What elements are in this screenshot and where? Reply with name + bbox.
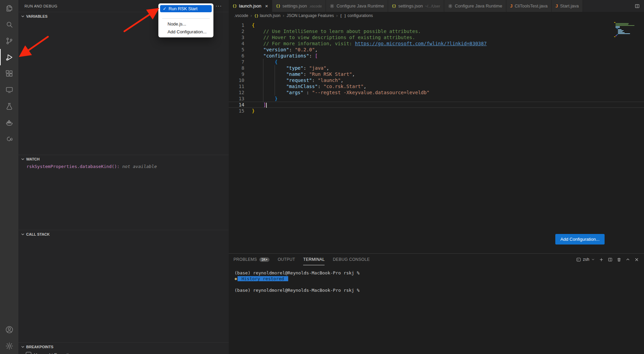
kill-terminal-trash-icon[interactable]: [616, 257, 622, 262]
code-line-2[interactable]: 2 // Use IntelliSense to learn about pos…: [229, 28, 644, 34]
tab-settings-json[interactable]: {}settings.json.vscode: [272, 0, 326, 12]
source-control-icon[interactable]: [0, 33, 18, 49]
line-number: 6: [229, 53, 244, 59]
code-editor[interactable]: 1{2 // Use IntelliSense to learn about p…: [229, 19, 644, 253]
minimap-line: [618, 32, 625, 33]
editor-tabs: {}launch.json×{}settings.json.vscodeConf…: [229, 0, 630, 12]
menu-separator: [162, 18, 210, 19]
panel-tab-output[interactable]: OUTPUT: [278, 254, 295, 265]
line-number: 9: [229, 71, 244, 77]
testing-icon[interactable]: [0, 98, 18, 114]
code-line-15[interactable]: 15}: [229, 108, 644, 114]
tab-launch-json[interactable]: {}launch.json×: [229, 0, 272, 12]
json-braces-icon: {}: [232, 4, 237, 8]
minimap-line: [615, 24, 628, 25]
breadcrumb-item-json-language-features[interactable]: JSON Language Features: [286, 13, 334, 18]
terminal-prompt-text: (base) reynoldmorel@Reynolds-MacBook-Pro…: [234, 270, 360, 275]
panel-tabs: PROBLEMS1K+OUTPUTTERMINALDEBUG CONSOLE: [233, 254, 370, 265]
line-content: ]: [244, 102, 267, 108]
split-editor-icon[interactable]: [634, 3, 640, 9]
indent-guide: [275, 65, 275, 96]
explorer-icon[interactable]: [0, 0, 18, 16]
tab-description: .vscode: [309, 4, 322, 8]
line-content: {: [244, 22, 255, 28]
code-line-9[interactable]: 9 "name": "Run RSK Start",: [229, 71, 644, 77]
json-braces-icon: {}: [254, 14, 258, 18]
tab-configure-java-runtime[interactable]: Configure Java Runtime: [444, 0, 506, 12]
accounts-icon[interactable]: [0, 321, 18, 338]
terminal-blank-line: [234, 282, 644, 287]
tab-configure-java-runtime[interactable]: Configure Java Runtime: [326, 0, 388, 12]
text-cursor: [266, 103, 267, 108]
new-terminal-plus-icon[interactable]: [599, 257, 604, 262]
line-content: "request": "launch",: [244, 77, 344, 83]
split-terminal-icon[interactable]: [608, 257, 613, 262]
json-braces-icon: {}: [392, 4, 396, 8]
panel-tab-debug-console[interactable]: DEBUG CONSOLE: [333, 254, 370, 265]
panel-tab-problems[interactable]: PROBLEMS1K+: [233, 254, 269, 265]
minimap-line: [615, 23, 629, 24]
maximize-panel-chevron-up-icon[interactable]: [625, 257, 630, 262]
terminal-profile-selector[interactable]: zsh: [576, 257, 595, 262]
line-content: // Use IntelliSense to learn about possi…: [244, 28, 421, 34]
uncaught-exceptions-checkbox[interactable]: [26, 352, 31, 354]
breadcrumb-item-configurations[interactable]: [ ]configurations: [340, 13, 373, 18]
tab-clitoolstest-java[interactable]: JCliToolsTest.java: [506, 0, 552, 12]
chevron-down-icon: [20, 232, 25, 237]
code-line-4[interactable]: 4 // For more information, visit: https:…: [229, 40, 644, 47]
activity-bar-top: [0, 0, 18, 147]
code-line-7[interactable]: 7 {: [229, 59, 644, 65]
code-line-10[interactable]: 10 "request": "launch",: [229, 77, 644, 83]
add-configuration-button[interactable]: Add Configuration...: [555, 234, 605, 245]
watch-section-body: rskSystemProperties.databaseKind(): not …: [18, 163, 229, 230]
line-content: "name": "Run RSK Start",: [244, 71, 355, 77]
settings-gear-icon[interactable]: [0, 338, 18, 354]
panel-tab-label: DEBUG CONSOLE: [333, 257, 370, 262]
problems-count-badge: 1K+: [259, 257, 269, 262]
extensions-icon[interactable]: [0, 65, 18, 82]
code-line-13[interactable]: 13 }: [229, 96, 644, 102]
line-content: {: [244, 59, 278, 65]
gear-icon: [448, 4, 453, 9]
menu-item-run-rsk-start[interactable]: ✓ Run RSK Start: [160, 5, 212, 12]
shell-integration-star-icon: ✱: [234, 276, 237, 281]
watch-section-label: WATCH: [26, 157, 40, 161]
search-icon[interactable]: [0, 16, 18, 33]
code-line-12[interactable]: 12 "args" : "--regtest -Xkeyvalue.dataso…: [229, 89, 644, 96]
line-number: 13: [229, 96, 244, 102]
remote-explorer-icon[interactable]: [0, 82, 18, 98]
panel-tab-terminal[interactable]: TERMINAL: [303, 254, 325, 265]
close-panel-icon[interactable]: [634, 257, 639, 262]
breakpoints-section-header[interactable]: BREAKPOINTS: [18, 343, 229, 351]
line-number: 5: [229, 47, 244, 53]
minimap[interactable]: [614, 22, 638, 37]
terminal-output[interactable]: (base) reynoldmorel@Reynolds-MacBook-Pro…: [229, 265, 644, 293]
breadcrumb-item-launch-json[interactable]: {}launch.json: [254, 13, 280, 18]
code-line-6[interactable]: 6 "configurations": [: [229, 53, 644, 59]
run-and-debug-icon[interactable]: [0, 49, 18, 65]
watch-section: WATCH rskSystemProperties.databaseKind()…: [18, 155, 229, 230]
minimap-line: [616, 28, 618, 29]
line-content: "mainClass": "co.rsk.Start",: [244, 83, 366, 89]
watch-section-header[interactable]: WATCH: [18, 155, 229, 163]
tab-settings-json[interactable]: {}settings.json~/.../User: [388, 0, 444, 12]
watch-expression-row[interactable]: rskSystemProperties.databaseKind(): not …: [18, 163, 229, 169]
menu-item-nodejs[interactable]: Node.js...: [160, 20, 212, 28]
more-actions-icon[interactable]: ···: [215, 4, 222, 8]
call-stack-section-header[interactable]: CALL STACK: [18, 230, 229, 238]
code-line-5[interactable]: 5 "version": "0.2.0",: [229, 47, 644, 53]
code-line-1[interactable]: 1{: [229, 22, 644, 28]
code-line-3[interactable]: 3 // Hover to view descriptions of exist…: [229, 34, 644, 40]
code-line-8[interactable]: 8 "type": "java",: [229, 65, 644, 71]
line-content: }: [244, 96, 278, 102]
line-number: 10: [229, 77, 244, 83]
menu-item-add-configuration[interactable]: Add Configuration...: [160, 28, 212, 36]
gradle-icon[interactable]: [0, 131, 18, 147]
close-icon[interactable]: ×: [265, 3, 268, 9]
breadcrumb-item-vscode[interactable]: .vscode: [234, 13, 248, 18]
code-line-11[interactable]: 11 "mainClass": "co.rsk.Start",: [229, 83, 644, 89]
tab-start-java[interactable]: JStart.java: [552, 0, 583, 12]
code-line-14[interactable]: 14 ]: [229, 102, 644, 108]
minimap-line: [616, 34, 618, 35]
docker-icon[interactable]: [0, 114, 18, 131]
